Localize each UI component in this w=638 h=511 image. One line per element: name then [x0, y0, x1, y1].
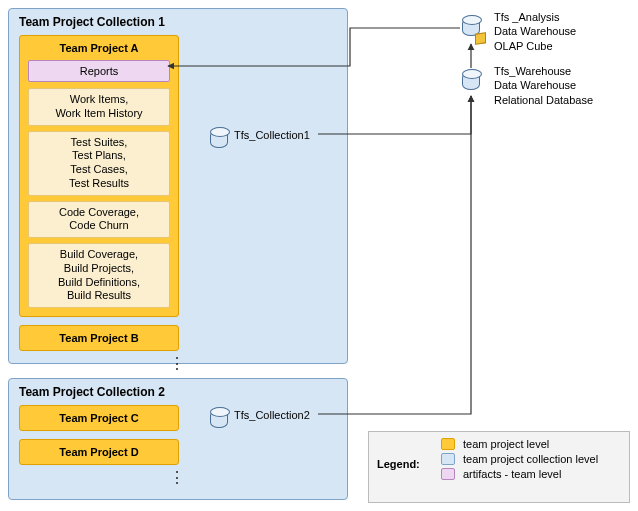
team-project-a: Team Project A Reports Work Items,Work I…	[19, 35, 179, 317]
project-a-title: Team Project A	[28, 42, 170, 54]
test-box: Test Suites,Test Plans,Test Cases,Test R…	[28, 131, 170, 196]
reports-artifact: Reports	[28, 60, 170, 82]
legend-row-project: team project level	[441, 438, 621, 450]
tfs-collection1-db-icon	[210, 130, 228, 152]
analysis-line2: Data Warehouse	[494, 25, 576, 37]
legend-row-artifact: artifacts - team level	[441, 468, 621, 480]
warehouse-line3: Relational Database	[494, 94, 593, 106]
warehouse-line2: Data Warehouse	[494, 79, 576, 91]
swatch-orange-icon	[441, 438, 455, 450]
team-project-collection-2: Team Project Collection 2 Team Project C…	[8, 378, 348, 500]
work-items-box: Work Items,Work Item History	[28, 88, 170, 126]
collection-2-title: Team Project Collection 2	[19, 385, 337, 399]
analysis-line3: OLAP Cube	[494, 40, 553, 52]
analysis-name: Tfs _Analysis	[494, 11, 559, 23]
collection-1-ellipsis: ⋮	[19, 359, 337, 369]
collection-1-title: Team Project Collection 1	[19, 15, 337, 29]
legend-title: Legend:	[377, 458, 420, 470]
tfs-analysis-db-icon	[462, 18, 480, 40]
tfs-collection2-db-icon	[210, 410, 228, 432]
legend: Legend: team project level team project …	[368, 431, 630, 503]
warehouse-name: Tfs_Warehouse	[494, 65, 571, 77]
legend-label-artifact: artifacts - team level	[463, 468, 561, 480]
team-project-collection-1: Team Project Collection 1 Team Project A…	[8, 8, 348, 364]
legend-label-collection: team project collection level	[463, 453, 598, 465]
build-box: Build Coverage,Build Projects,Build Defi…	[28, 243, 170, 308]
code-box: Code Coverage,Code Churn	[28, 201, 170, 239]
swatch-blue-icon	[441, 453, 455, 465]
legend-row-collection: team project collection level	[441, 453, 621, 465]
collection-2-ellipsis: ⋮	[19, 473, 337, 483]
swatch-purple-icon	[441, 468, 455, 480]
legend-label-project: team project level	[463, 438, 549, 450]
team-project-c: Team Project C	[19, 405, 179, 431]
tfs-collection1-db-label: Tfs_Collection1	[234, 128, 310, 142]
tfs-collection2-db-label: Tfs_Collection2	[234, 408, 310, 422]
team-project-b: Team Project B	[19, 325, 179, 351]
team-project-d: Team Project D	[19, 439, 179, 465]
tfs-analysis-label: Tfs _Analysis Data Warehouse OLAP Cube	[494, 10, 576, 53]
tfs-warehouse-label: Tfs_Warehouse Data Warehouse Relational …	[494, 64, 593, 107]
tfs-warehouse-db-icon	[462, 72, 480, 94]
